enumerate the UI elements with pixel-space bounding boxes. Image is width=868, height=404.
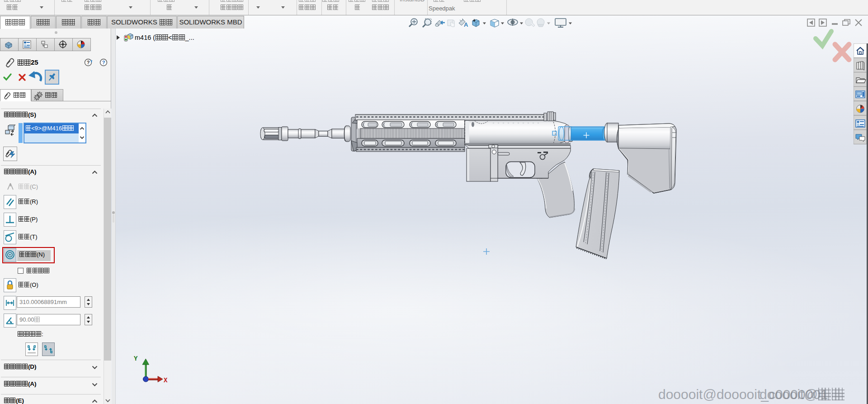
- svg-text:A: A: [464, 21, 468, 28]
- svg-text:?: ?: [87, 60, 90, 65]
- svg-text:Y: Y: [134, 355, 138, 362]
- svg-text:X: X: [164, 377, 168, 384]
- svg-text:?: ?: [102, 60, 105, 65]
